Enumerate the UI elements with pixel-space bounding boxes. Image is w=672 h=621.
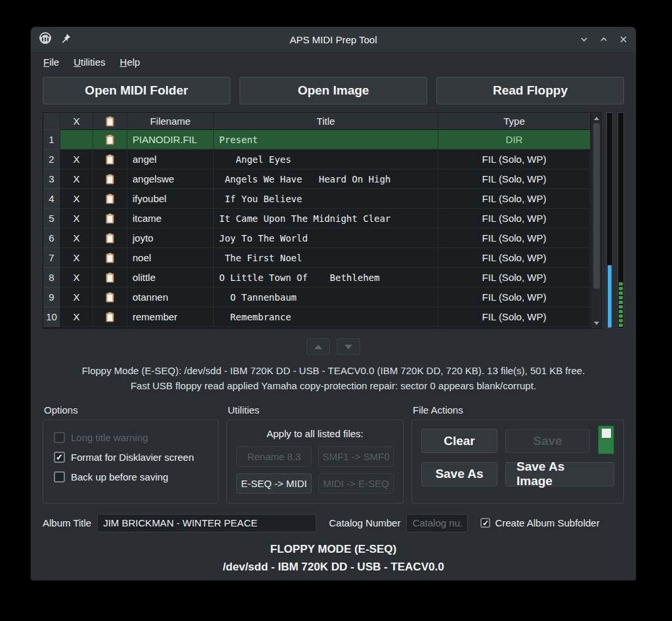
title-cell[interactable]: The First Noel [214,248,438,268]
title-cell[interactable]: Joy To The World [214,228,438,248]
up-arrow-icon [314,345,322,349]
type-column-header[interactable]: Type [438,113,591,130]
format-disklavier-checkbox[interactable]: Format for Disklavier screen [54,452,207,463]
clipboard-cell[interactable] [93,228,127,248]
table-row[interactable]: 2 X angel Angel Eyes [43,150,591,169]
clipboard-cell[interactable] [93,209,127,228]
utilities-group-title: Utilities [228,404,404,416]
save-as-button[interactable]: Save As [421,462,497,486]
options-group-title: Options [44,404,219,416]
title-cell[interactable]: Angel Eyes [214,150,438,169]
delete-toggle-cell[interactable]: X [60,248,93,268]
table-row[interactable]: 3 X angelswe Angels We Have Heard [43,169,591,189]
filename-cell[interactable]: PIANODIR.FIL [127,130,214,150]
eseq-to-midi-button[interactable]: E-SEQ -> MIDI [236,473,312,494]
checkbox-icon[interactable] [54,471,65,482]
filename-cell[interactable]: angelswe [127,169,214,189]
filename-cell[interactable]: otannen [127,288,214,307]
move-down-button[interactable] [337,338,360,355]
checkbox-label: Format for Disklavier screen [71,452,194,463]
minimize-icon[interactable] [579,35,589,44]
scrollbar-thumb[interactable] [593,123,600,289]
delete-toggle-cell[interactable]: X [60,307,93,327]
checkbox-checked-icon[interactable] [54,452,65,463]
clipboard-cell[interactable] [93,189,127,209]
filename-cell[interactable]: noel [127,248,214,268]
delete-toggle-cell[interactable] [60,130,93,150]
backup-before-saving-checkbox[interactable]: Back up before saving [54,471,207,482]
delete-toggle-cell[interactable]: X [60,228,93,248]
table-row[interactable]: 4 X ifyoubel If You Believe [43,189,591,209]
maximize-icon[interactable] [599,35,608,44]
table-body: 1 PIANODIR.FIL Present [43,130,591,327]
scroll-down-arrow-icon[interactable] [591,318,601,328]
filename-cell[interactable]: olittle [127,268,214,288]
menu-utilities[interactable]: Utilities [68,54,111,70]
open-image-button[interactable]: Open Image [240,77,427,104]
file-actions-group: File Actions Clear Save Save As Save As … [411,404,624,503]
filename-cell[interactable]: itcame [127,209,214,228]
filename-cell[interactable]: joyto [127,228,214,248]
scroll-up-arrow-icon[interactable] [591,114,601,123]
table-row[interactable]: 7 X noel The First Noel [43,248,591,268]
title-cell[interactable]: If You Believe [214,189,438,209]
clipboard-cell[interactable] [93,288,127,307]
delete-toggle-cell[interactable]: X [60,189,93,209]
filename-cell[interactable]: ifyoubel [127,189,214,209]
table-row[interactable]: 5 X itcame It Came Upon The Midnight [43,209,591,228]
catalog-number-input[interactable] [406,514,468,532]
pin-icon[interactable] [61,33,71,46]
table-row[interactable]: 9 X otannen O Tannenbaum [43,288,591,307]
table-row[interactable]: 10 X remember Remembrance [43,307,591,327]
move-up-button[interactable] [306,338,330,355]
table-row[interactable]: 1 PIANODIR.FIL Present [43,130,591,150]
window-title: APS MIDI Prep Tool [31,34,636,45]
create-album-subfolder-checkbox[interactable]: Create Album Subfolder [480,517,599,528]
menu-help[interactable]: Help [114,54,146,70]
title-cell[interactable]: It Came Upon The Midnight Clear [214,209,438,228]
long-title-warning-checkbox: Long title warning [54,432,207,443]
options-group: Options Long title warning Format for Di… [43,404,219,503]
clipboard-cell[interactable] [93,268,127,288]
clipboard-cell[interactable] [93,248,127,268]
filename-column-header[interactable]: Filename [127,113,214,130]
table-scrollbar[interactable] [591,113,601,328]
activity-meter [618,112,624,329]
open-midi-folder-button[interactable]: Open MIDI Folder [43,77,230,104]
album-title-input[interactable] [97,514,316,532]
filename-cell[interactable]: remember [127,307,214,327]
delete-toggle-cell[interactable]: X [60,288,93,307]
clipboard-column-header[interactable] [93,113,127,130]
title-cell[interactable]: Angels We Have Heard On High [214,169,438,189]
filename-cell[interactable]: angel [127,150,214,169]
clipboard-cell[interactable] [93,307,127,327]
type-cell: FIL (Solo, WP) [438,248,591,268]
table-row[interactable]: 6 X joyto Joy To The World [43,228,591,248]
table-row[interactable]: 8 X olittle O Little Town Of Bethl [43,268,591,288]
title-cell[interactable]: O Little Town Of Bethlehem [214,268,438,288]
clipboard-cell[interactable] [93,169,127,189]
clipboard-cell[interactable] [93,130,127,150]
clear-button[interactable]: Clear [421,429,497,453]
delete-toggle-cell[interactable]: X [60,209,93,228]
close-icon[interactable] [619,35,628,44]
checkbox-checked-icon[interactable] [480,518,490,528]
table-header-row: X Filename Title Type [43,113,591,130]
delete-toggle-cell[interactable]: X [60,150,93,169]
mode-footer-line2: /dev/sdd - IBM 720K DD - USB - TEACV0.0 [31,558,636,576]
rename-83-button: Rename 8.3 [236,446,312,467]
title-column-header[interactable]: Title [214,113,438,130]
titlebar[interactable]: APS MIDI Prep Tool [31,27,636,52]
row-number: 1 [43,130,60,150]
title-cell[interactable]: Present [214,130,438,150]
read-floppy-button[interactable]: Read Floppy [436,77,624,104]
title-cell[interactable]: Remembrance [214,307,438,327]
delete-toggle-cell[interactable]: X [60,268,93,288]
delete-column-header[interactable]: X [60,113,93,130]
title-cell[interactable]: O Tannenbaum [214,288,438,307]
clipboard-cell[interactable] [93,150,127,169]
row-number: 9 [43,288,60,307]
menu-file[interactable]: File [37,54,65,70]
save-as-image-button[interactable]: Save As Image [505,462,614,486]
delete-toggle-cell[interactable]: X [60,169,93,189]
